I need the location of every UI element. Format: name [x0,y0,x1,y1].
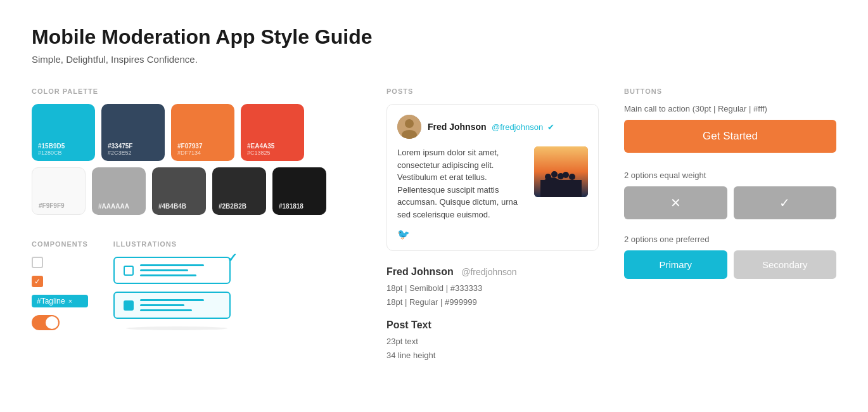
page-subtitle: Simple, Delightful, Inspires Confidence. [32,54,836,65]
main-cta-desc: Main call to action (30pt | Regular | #f… [624,104,836,113]
illustrations-list: ✓ [113,257,240,330]
illustration-card-1: ✓ [113,257,240,284]
buttons-label: BUTTONS [624,87,836,95]
post-text: Lorem ipsum dolor sit amet, consectetur … [397,146,527,221]
swatch-181818: #181818 [272,167,326,215]
illus-card-checked [113,257,231,284]
svg-point-9 [569,174,575,180]
illustrations-label: ILLUSTRATIONS [113,240,240,248]
checkbox-checked[interactable]: ✓ [32,276,43,287]
tag-close-icon[interactable]: × [68,297,72,305]
post-handle: @fredjohnson [492,122,543,132]
post-avatar [397,115,421,139]
toggle-knob [46,316,58,329]
color-row-2: #F9F9F9 #AAAAAA #4B4B4B #2B2B2B #181818 [32,167,361,215]
components-list: ✓ #Tagline × [32,257,88,330]
toggle-switch[interactable] [32,315,60,330]
preferred-buttons: Primary Secondary [624,250,836,279]
x-icon: ✕ [670,195,681,210]
post-meta-details: 18pt | Semibold | #333333 18pt | Regular… [386,281,599,309]
one-preferred-desc: 2 options one preferred [624,235,836,244]
swatch-33475f: #33475F #2C3E52 [101,104,165,161]
svg-point-5 [545,174,551,180]
check-icon: ✓ [779,195,790,210]
reject-button[interactable]: ✕ [624,186,727,219]
illus-checkbox-2 [124,300,134,311]
equal-weight-buttons: ✕ ✓ [624,186,836,219]
swatch-f07937: #F07937 #DF7134 [171,104,234,161]
tag-component[interactable]: #Tagline × [32,295,88,307]
swatch-aaaaaa: #AAAAAA [92,167,146,215]
swatch-2b2b2b: #2B2B2B [212,167,266,215]
illus-line [140,299,205,301]
swatch-15b9d5: #15B9D5 #1280CB [32,104,95,161]
svg-point-1 [405,119,414,128]
post-body: Lorem ipsum dolor sit amet, consectetur … [397,146,588,221]
illus-checkbox-1 [124,266,134,276]
post-text-section: Post Text 23pt text 34 line height [386,319,599,363]
swatch-f9f9f9: #F9F9F9 [32,167,86,215]
post-image [534,146,588,197]
post-verified-icon: ✔ [547,122,554,132]
illus-line [140,309,193,311]
get-started-button[interactable]: Get Started [624,120,836,153]
illus-line [140,274,196,276]
svg-point-8 [563,172,569,178]
svg-rect-10 [540,180,582,197]
equal-weight-desc: 2 options equal weight [624,171,836,180]
color-row-1: #15B9D5 #1280CB #33475F #2C3E52 #F07937 … [32,104,361,161]
checkbox-unchecked[interactable] [32,257,43,268]
post-header: Fred Johnson @fredjohnson ✔ [397,115,588,139]
post-text-title: Post Text [386,319,599,331]
illus-line [140,304,184,306]
swatch-4b4b4b: #4B4B4B [152,167,206,215]
post-username: Fred Johnson [428,122,487,132]
illus-line [140,264,205,266]
post-card: Fred Johnson @fredjohnson ✔ Lorem ipsum … [386,104,599,251]
twitter-icon: 🐦 [397,229,410,240]
accept-button[interactable]: ✓ [734,186,837,219]
post-meta: Fred Johnson @fredjohnson 18pt | Semibol… [386,266,599,309]
tag-text: #Tagline [37,297,65,306]
illus-card-selected [113,292,231,319]
components-label: COMPONENTS [32,240,88,248]
svg-point-6 [551,171,558,177]
post-meta-handle: @fredjohnson [461,267,516,277]
post-meta-name: Fred Johnson [386,266,454,277]
page-title: Mobile Moderation App Style Guide [32,25,836,49]
illus-line [140,269,188,271]
illus-shadow [126,326,227,330]
swatch-ea4a35: #EA4A35 #C13825 [241,104,304,161]
color-palette-label: COLOR PALETTE [32,87,361,95]
post-text-details: 23pt text 34 line height [386,335,599,363]
primary-button[interactable]: Primary [624,250,727,279]
posts-label: POSTS [386,87,599,95]
secondary-button[interactable]: Secondary [734,250,837,279]
